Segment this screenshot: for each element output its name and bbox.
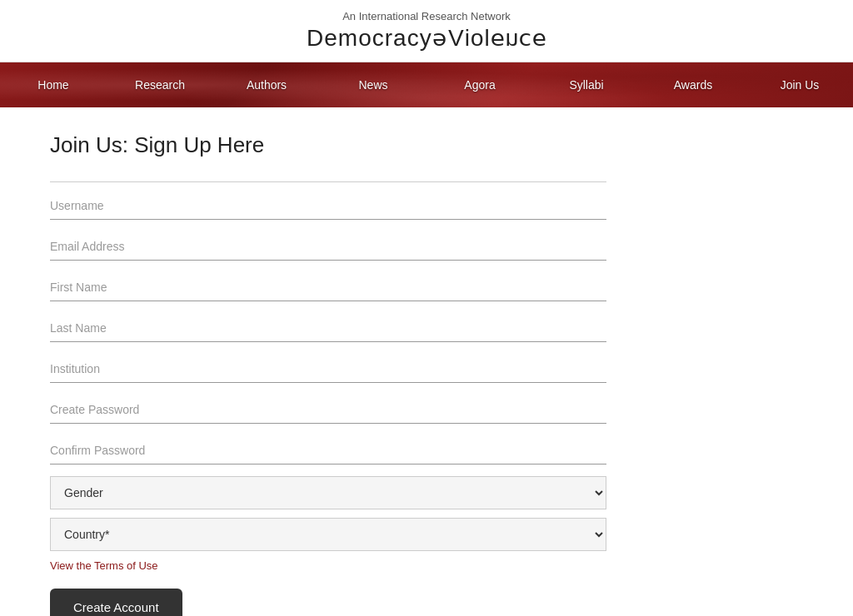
firstname-wrapper (50, 264, 666, 301)
nav-list: Home Research Authors News Agora Syllabi… (0, 62, 853, 107)
institution-input[interactable] (50, 354, 606, 383)
logo-text-violence: ɘɔuɘloiV (447, 24, 546, 52)
nav-item-agora[interactable]: Agora (426, 62, 533, 107)
gender-wrapper: Gender Male Female Other Prefer not to s… (50, 476, 666, 509)
country-wrapper: Country* United States United Kingdom Ca… (50, 518, 666, 551)
email-wrapper (50, 223, 666, 261)
nav-link-authors[interactable]: Authors (237, 72, 297, 98)
nav-link-syllabi[interactable]: Syllabi (559, 72, 613, 98)
main-nav: Home Research Authors News Agora Syllabi… (0, 62, 853, 107)
nav-item-home[interactable]: Home (0, 62, 107, 107)
password-input[interactable] (50, 395, 606, 424)
country-select[interactable]: Country* United States United Kingdom Ca… (50, 518, 606, 551)
gender-select[interactable]: Gender Male Female Other Prefer not to s… (50, 476, 606, 509)
nav-item-syllabi[interactable]: Syllabi (533, 62, 640, 107)
nav-item-authors[interactable]: Authors (213, 62, 320, 107)
nav-link-research[interactable]: Research (125, 72, 195, 98)
site-logo: Democracy ə ɘɔuɘloiV (307, 24, 546, 52)
lastname-wrapper (50, 305, 666, 342)
nav-link-home[interactable]: Home (27, 72, 78, 98)
nav-item-join-us[interactable]: Join Us (746, 62, 853, 107)
nav-item-news[interactable]: News (320, 62, 426, 107)
nav-item-research[interactable]: Research (107, 62, 213, 107)
nav-link-join-us[interactable]: Join Us (771, 72, 830, 98)
firstname-input[interactable] (50, 272, 606, 301)
logo-symbol: ə (432, 24, 447, 52)
terms-link[interactable]: View the Terms of Use (50, 559, 666, 572)
site-subtitle: An International Research Network (342, 10, 511, 22)
main-content: Join Us: Sign Up Here Gender Male (0, 107, 716, 616)
confirm-password-input[interactable] (50, 435, 606, 464)
nav-link-news[interactable]: News (348, 72, 397, 98)
username-input[interactable] (50, 191, 606, 220)
password-wrapper (50, 386, 666, 424)
create-account-button[interactable]: Create Account (50, 589, 182, 616)
nav-item-awards[interactable]: Awards (640, 62, 746, 107)
nav-link-awards[interactable]: Awards (664, 72, 722, 98)
logo-text-democracy: Democracy (307, 25, 432, 52)
page-title: Join Us: Sign Up Here (50, 132, 666, 158)
institution-wrapper (50, 345, 666, 383)
username-wrapper (50, 182, 666, 220)
site-header: An International Research Network Democr… (0, 0, 853, 62)
lastname-input[interactable] (50, 313, 606, 342)
signup-form: Gender Male Female Other Prefer not to s… (50, 182, 666, 616)
confirm-password-wrapper (50, 427, 666, 464)
nav-link-agora[interactable]: Agora (454, 72, 505, 98)
email-input[interactable] (50, 231, 606, 261)
